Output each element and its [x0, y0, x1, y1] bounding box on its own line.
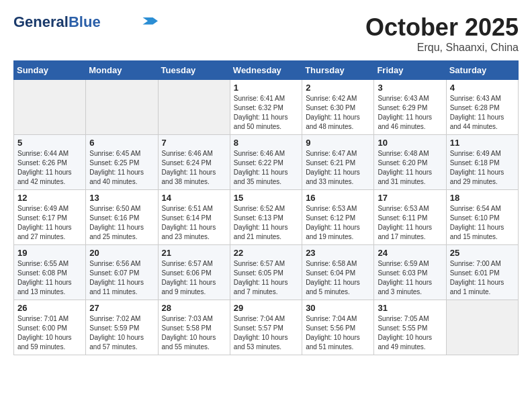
calendar-cell: 14Sunrise: 6:51 AM Sunset: 6:14 PM Dayli…: [158, 190, 230, 245]
calendar-cell: 17Sunrise: 6:53 AM Sunset: 6:11 PM Dayli…: [374, 190, 446, 245]
day-info: Sunrise: 6:50 AM Sunset: 6:16 PM Dayligh…: [89, 204, 154, 242]
calendar-cell: 13Sunrise: 6:50 AM Sunset: 6:16 PM Dayli…: [86, 190, 158, 245]
day-info: Sunrise: 6:57 AM Sunset: 6:06 PM Dayligh…: [162, 259, 226, 297]
calendar-title-block: October 2025 Erqu, Shaanxi, China: [365, 13, 519, 54]
day-info: Sunrise: 6:57 AM Sunset: 6:05 PM Dayligh…: [234, 259, 298, 297]
calendar-cell: 18Sunrise: 6:54 AM Sunset: 6:10 PM Dayli…: [446, 190, 518, 245]
calendar-cell: 8Sunrise: 6:46 AM Sunset: 6:22 PM Daylig…: [230, 135, 302, 190]
day-number: 2: [306, 83, 370, 93]
day-info: Sunrise: 6:43 AM Sunset: 6:29 PM Dayligh…: [378, 94, 442, 132]
weekday-header-tuesday: Tuesday: [158, 61, 230, 80]
calendar-cell: 28Sunrise: 7:03 AM Sunset: 5:58 PM Dayli…: [158, 300, 230, 355]
calendar-week-1: 1Sunrise: 6:41 AM Sunset: 6:32 PM Daylig…: [14, 80, 519, 135]
day-info: Sunrise: 6:55 AM Sunset: 6:08 PM Dayligh…: [17, 259, 82, 297]
day-info: Sunrise: 7:00 AM Sunset: 6:01 PM Dayligh…: [450, 259, 515, 297]
day-number: 9: [306, 138, 370, 148]
calendar-cell: 27Sunrise: 7:02 AM Sunset: 5:59 PM Dayli…: [86, 300, 158, 355]
calendar-cell: 7Sunrise: 6:46 AM Sunset: 6:24 PM Daylig…: [158, 135, 230, 190]
day-number: 20: [89, 248, 154, 258]
day-info: Sunrise: 7:04 AM Sunset: 5:56 PM Dayligh…: [306, 314, 370, 352]
day-info: Sunrise: 6:42 AM Sunset: 6:30 PM Dayligh…: [306, 94, 370, 132]
calendar-week-2: 5Sunrise: 6:44 AM Sunset: 6:26 PM Daylig…: [14, 135, 519, 190]
calendar-cell: 19Sunrise: 6:55 AM Sunset: 6:08 PM Dayli…: [14, 245, 86, 300]
calendar-cell: 16Sunrise: 6:53 AM Sunset: 6:12 PM Dayli…: [302, 190, 374, 245]
day-number: 18: [450, 193, 515, 203]
day-number: 13: [89, 193, 154, 203]
day-number: 17: [378, 193, 442, 203]
day-info: Sunrise: 6:58 AM Sunset: 6:04 PM Dayligh…: [306, 259, 370, 297]
calendar-cell: 29Sunrise: 7:04 AM Sunset: 5:57 PM Dayli…: [230, 300, 302, 355]
day-info: Sunrise: 7:01 AM Sunset: 6:00 PM Dayligh…: [17, 314, 82, 352]
day-number: 24: [378, 248, 442, 258]
logo-arrow-icon: [138, 17, 158, 26]
day-info: Sunrise: 6:51 AM Sunset: 6:14 PM Dayligh…: [162, 204, 226, 242]
day-info: Sunrise: 6:49 AM Sunset: 6:17 PM Dayligh…: [17, 204, 82, 242]
day-number: 3: [378, 83, 442, 93]
calendar-week-5: 26Sunrise: 7:01 AM Sunset: 6:00 PM Dayli…: [14, 300, 519, 355]
calendar-cell: 30Sunrise: 7:04 AM Sunset: 5:56 PM Dayli…: [302, 300, 374, 355]
day-info: Sunrise: 6:59 AM Sunset: 6:03 PM Dayligh…: [378, 259, 442, 297]
calendar-cell: 1Sunrise: 6:41 AM Sunset: 6:32 PM Daylig…: [230, 80, 302, 135]
day-number: 8: [234, 138, 298, 148]
weekday-header-row: SundayMondayTuesdayWednesdayThursdayFrid…: [14, 61, 519, 80]
calendar-cell: 20Sunrise: 6:56 AM Sunset: 6:07 PM Dayli…: [86, 245, 158, 300]
day-number: 16: [306, 193, 370, 203]
calendar-cell: 2Sunrise: 6:42 AM Sunset: 6:30 PM Daylig…: [302, 80, 374, 135]
day-number: 28: [162, 303, 226, 313]
calendar-subtitle: Erqu, Shaanxi, China: [365, 42, 519, 54]
weekday-header-sunday: Sunday: [14, 61, 86, 80]
calendar-cell: [158, 80, 230, 135]
calendar-table: SundayMondayTuesdayWednesdayThursdayFrid…: [13, 60, 519, 355]
day-number: 21: [162, 248, 226, 258]
day-number: 25: [450, 248, 515, 258]
calendar-cell: 21Sunrise: 6:57 AM Sunset: 6:06 PM Dayli…: [158, 245, 230, 300]
day-info: Sunrise: 6:46 AM Sunset: 6:22 PM Dayligh…: [234, 149, 298, 187]
day-number: 23: [306, 248, 370, 258]
day-info: Sunrise: 6:56 AM Sunset: 6:07 PM Dayligh…: [89, 259, 154, 297]
day-number: 15: [234, 193, 298, 203]
day-info: Sunrise: 6:53 AM Sunset: 6:12 PM Dayligh…: [306, 204, 370, 242]
day-info: Sunrise: 7:02 AM Sunset: 5:59 PM Dayligh…: [89, 314, 154, 352]
day-number: 11: [450, 138, 515, 148]
day-info: Sunrise: 6:45 AM Sunset: 6:25 PM Dayligh…: [89, 149, 154, 187]
calendar-cell: 5Sunrise: 6:44 AM Sunset: 6:26 PM Daylig…: [14, 135, 86, 190]
calendar-cell: 10Sunrise: 6:48 AM Sunset: 6:20 PM Dayli…: [374, 135, 446, 190]
day-number: 1: [234, 83, 298, 93]
svg-marker-0: [142, 17, 158, 25]
day-info: Sunrise: 6:49 AM Sunset: 6:18 PM Dayligh…: [450, 149, 515, 187]
day-number: 31: [378, 303, 442, 313]
calendar-cell: 9Sunrise: 6:47 AM Sunset: 6:21 PM Daylig…: [302, 135, 374, 190]
day-info: Sunrise: 7:05 AM Sunset: 5:55 PM Dayligh…: [378, 314, 442, 352]
day-number: 19: [17, 248, 82, 258]
weekday-header-friday: Friday: [374, 61, 446, 80]
day-info: Sunrise: 7:03 AM Sunset: 5:58 PM Dayligh…: [162, 314, 226, 352]
page-header: General Blue October 2025 Erqu, Shaanxi,…: [13, 13, 519, 54]
calendar-cell: 26Sunrise: 7:01 AM Sunset: 6:00 PM Dayli…: [14, 300, 86, 355]
calendar-cell: 6Sunrise: 6:45 AM Sunset: 6:25 PM Daylig…: [86, 135, 158, 190]
logo-general: General: [13, 13, 69, 31]
day-number: 7: [162, 138, 226, 148]
calendar-week-4: 19Sunrise: 6:55 AM Sunset: 6:08 PM Dayli…: [14, 245, 519, 300]
day-number: 4: [450, 83, 515, 93]
day-info: Sunrise: 6:44 AM Sunset: 6:26 PM Dayligh…: [17, 149, 82, 187]
calendar-cell: 12Sunrise: 6:49 AM Sunset: 6:17 PM Dayli…: [14, 190, 86, 245]
day-info: Sunrise: 6:54 AM Sunset: 6:10 PM Dayligh…: [450, 204, 515, 242]
weekday-header-wednesday: Wednesday: [230, 61, 302, 80]
weekday-header-monday: Monday: [86, 61, 158, 80]
calendar-cell: 31Sunrise: 7:05 AM Sunset: 5:55 PM Dayli…: [374, 300, 446, 355]
calendar-cell: 22Sunrise: 6:57 AM Sunset: 6:05 PM Dayli…: [230, 245, 302, 300]
calendar-cell: 3Sunrise: 6:43 AM Sunset: 6:29 PM Daylig…: [374, 80, 446, 135]
weekday-header-saturday: Saturday: [446, 61, 518, 80]
day-info: Sunrise: 6:43 AM Sunset: 6:28 PM Dayligh…: [450, 94, 515, 132]
calendar-cell: 23Sunrise: 6:58 AM Sunset: 6:04 PM Dayli…: [302, 245, 374, 300]
day-info: Sunrise: 6:53 AM Sunset: 6:11 PM Dayligh…: [378, 204, 442, 242]
weekday-header-thursday: Thursday: [302, 61, 374, 80]
day-number: 30: [306, 303, 370, 313]
calendar-cell: [14, 80, 86, 135]
calendar-title: October 2025: [365, 13, 519, 42]
day-number: 14: [162, 193, 226, 203]
calendar-cell: [86, 80, 158, 135]
day-info: Sunrise: 6:46 AM Sunset: 6:24 PM Dayligh…: [162, 149, 226, 187]
day-number: 5: [17, 138, 82, 148]
day-number: 26: [17, 303, 82, 313]
